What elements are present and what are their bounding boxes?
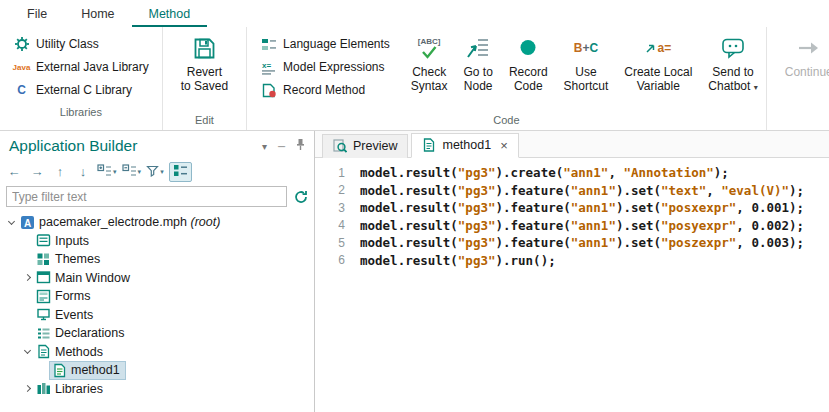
tree-item-label: Inputs	[55, 234, 89, 248]
methods-icon	[35, 344, 51, 359]
line-number: 4	[315, 218, 345, 232]
go-to-node-button[interactable]: Go toNode	[456, 30, 501, 96]
editor-tabbar: Previewmethod1×	[315, 131, 829, 158]
forms-icon	[35, 289, 51, 304]
create-local-variable-button[interactable]: a=Create LocalVariable	[616, 30, 700, 96]
tree-item-libraries[interactable]: Libraries	[0, 380, 314, 399]
use-shortcut-label: UseShortcut	[564, 66, 609, 93]
tab-label: Preview	[353, 139, 397, 153]
dropdown-caret-icon: ▾	[754, 83, 758, 92]
tree-item-pacemaker-electrode-mph[interactable]: Apacemaker_electrode.mph (root)	[0, 213, 314, 232]
model-expressions-icon: x=	[260, 59, 277, 75]
close-tab-icon[interactable]: ×	[500, 139, 508, 152]
record-code-button[interactable]: RecordCode	[501, 30, 556, 96]
record-method-icon	[260, 82, 277, 98]
tree-chevron-icon[interactable]	[20, 386, 34, 391]
dropdown-caret-icon: ▾	[113, 168, 117, 176]
tree-chevron-icon[interactable]	[4, 221, 18, 224]
tree-item-events[interactable]: Events	[0, 306, 314, 325]
tree-item-main-window[interactable]: Main Window	[0, 269, 314, 288]
nav-up-button[interactable]: ↑	[51, 162, 69, 182]
tree-item-themes[interactable]: Themes	[0, 250, 314, 269]
editor-tab-preview[interactable]: Preview	[322, 134, 408, 158]
check-syntax-label: CheckSyntax	[411, 66, 448, 93]
go-to-node-icon	[464, 34, 492, 62]
ribbon-group-continue: Continue	[767, 27, 829, 130]
collapse-all-button[interactable]: ▾	[122, 162, 142, 182]
libraries-icon	[35, 381, 51, 396]
java-icon: Java	[13, 59, 30, 75]
use-shortcut-button[interactable]: B+CUseShortcut	[556, 30, 617, 96]
revert-to-saved-button[interactable]: Revertto Saved	[173, 30, 236, 95]
group-label-code: Code	[247, 112, 766, 130]
nav-back-icon: ←	[8, 165, 21, 179]
line-number: 3	[315, 201, 345, 215]
filter-funnel-button[interactable]: ▾	[146, 162, 164, 182]
line-number: 5	[315, 236, 345, 250]
events-icon	[35, 307, 51, 322]
external-java-library-button[interactable]: JavaExternal Java Library	[8, 57, 154, 77]
code-line-6[interactable]: 6model.result("pg3").run();	[315, 252, 829, 270]
record-code-label: RecordCode	[509, 66, 548, 93]
code-large-items: [ABC]CheckSyntaxGo toNodeRecordCodeB+CUs…	[403, 30, 766, 96]
continue-container: Continue	[767, 30, 829, 124]
tab-label: method1	[442, 138, 491, 152]
tree-item-label: method1	[71, 363, 120, 377]
model-expressions-button[interactable]: x=Model Expressions	[255, 57, 395, 77]
record-code-icon	[514, 34, 542, 62]
send-to-chatbot-button[interactable]: Send toChatbot ▾	[700, 30, 765, 96]
menu-tab-method[interactable]: Method	[132, 1, 208, 27]
language-elements-button[interactable]: Language Elements	[255, 34, 395, 54]
code-line-1[interactable]: 1model.result("pg3").create("ann1", "Ann…	[315, 164, 829, 182]
line-number: 6	[315, 253, 345, 267]
tree-item-inputs[interactable]: Inputs	[0, 232, 314, 251]
refresh-icon[interactable]	[294, 190, 308, 204]
tree-chevron-icon[interactable]	[20, 350, 34, 353]
model-data-access-button[interactable]	[169, 162, 192, 182]
code-editor[interactable]: 1model.result("pg3").create("ann1", "Ann…	[315, 158, 829, 412]
tree-item-label: Themes	[55, 252, 100, 266]
code-line-4[interactable]: 4model.result("pg3").feature("ann1").set…	[315, 217, 829, 235]
model-expressions-label: Model Expressions	[283, 60, 384, 74]
revert-to-saved-label: Revertto Saved	[181, 66, 228, 93]
model-data-access-icon	[173, 164, 188, 180]
filter-input[interactable]	[6, 186, 287, 207]
menu-tab-home[interactable]: Home	[64, 1, 131, 27]
tree-item-declarations[interactable]: Declarations	[0, 324, 314, 343]
app-icon: A	[19, 215, 35, 230]
code-line-2[interactable]: 2model.result("pg3").feature("ann1").set…	[315, 182, 829, 200]
ribbon: Utility ClassJavaExternal Java LibraryCE…	[0, 27, 829, 131]
tree-item-method1[interactable]: method1	[0, 361, 314, 380]
code-line-3[interactable]: 3model.result("pg3").feature("ann1").set…	[315, 199, 829, 217]
ribbon-group-edit: Revertto Saved Edit	[163, 27, 247, 130]
tree-item-forms[interactable]: Forms	[0, 287, 314, 306]
main-window-icon	[35, 270, 51, 285]
method-icon	[51, 363, 67, 378]
check-syntax-button[interactable]: [ABC]CheckSyntax	[403, 30, 456, 96]
tree-chevron-icon[interactable]	[20, 275, 34, 280]
nav-back-button[interactable]: ←	[5, 162, 23, 182]
nav-forward-button[interactable]: →	[28, 162, 46, 182]
tree-item-label: Methods	[55, 345, 103, 359]
collapse-all-icon	[122, 164, 137, 180]
expand-all-button[interactable]: ▾	[97, 162, 117, 182]
tree-item-label: Forms	[55, 289, 90, 303]
c-icon: C	[13, 82, 30, 98]
tree-item-methods[interactable]: Methods	[0, 343, 314, 362]
editor-tab-method1[interactable]: method1×	[411, 133, 518, 158]
utility-class-button[interactable]: Utility Class	[8, 34, 154, 54]
panel-collapse-icon[interactable]: ─	[278, 139, 285, 153]
edit-items: Revertto Saved	[163, 30, 246, 112]
menu-tab-file[interactable]: File	[10, 1, 64, 27]
send-to-chatbot-label: Send toChatbot ▾	[708, 66, 757, 94]
nav-down-button[interactable]: ↓	[74, 162, 92, 182]
record-method-button[interactable]: Record Method	[255, 80, 395, 100]
panel-pin-icon[interactable]	[296, 138, 305, 154]
continue-button[interactable]: Continue	[777, 30, 829, 82]
tree-item-label: Libraries	[55, 382, 103, 396]
panel-menu-icon[interactable]: ▾	[262, 139, 267, 153]
external-c-library-button[interactable]: CExternal C Library	[8, 80, 154, 100]
code-line-5[interactable]: 5model.result("pg3").feature("ann1").set…	[315, 234, 829, 252]
external-c-library-label: External C Library	[36, 83, 132, 97]
send-to-chatbot-icon	[719, 34, 747, 62]
